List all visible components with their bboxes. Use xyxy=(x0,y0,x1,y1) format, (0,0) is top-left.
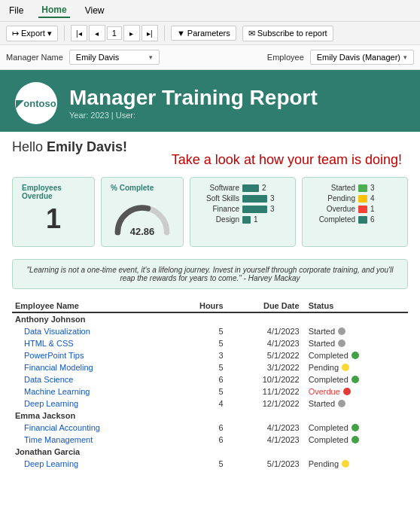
course-hours-cell: 5 xyxy=(173,361,226,373)
last-page-button[interactable]: ▸| xyxy=(142,25,158,41)
table-row: Emma Jackson xyxy=(12,410,408,422)
course-status-cell: Completed xyxy=(303,373,408,385)
course-hours-cell: 4 xyxy=(173,398,226,410)
status-text: Completed xyxy=(309,351,348,360)
overdue-card: Employees Overdue 1 xyxy=(12,177,95,247)
course-name-cell: PowerPoint Tips xyxy=(12,349,173,361)
manager-name-select[interactable]: Emily Davis ▾ xyxy=(69,50,160,65)
status-label-overdue: Overdue xyxy=(310,205,355,213)
status-num-completed: 6 xyxy=(370,215,375,224)
status-num-pending: 4 xyxy=(370,194,375,203)
course-name-cell: Data Science xyxy=(12,373,173,385)
filter-bar: Manager Name Emily Davis ▾ Employee Emil… xyxy=(0,45,420,70)
course-due-cell: 5/1/2023 xyxy=(227,458,303,470)
status-text: Completed xyxy=(309,375,348,384)
course-due-cell: 4/1/2023 xyxy=(227,337,303,349)
course-due-cell: 4/1/2023 xyxy=(227,434,303,446)
status-text: Started xyxy=(309,327,335,336)
toolbar: ↦ Export ▾ |◂ ◂ 1 ▸ ▸| ▼ Parameters ✉ Su… xyxy=(0,22,420,45)
menu-file[interactable]: File xyxy=(6,4,26,17)
subscribe-label: Subscribe to report xyxy=(257,29,327,38)
page-number: 1 xyxy=(107,26,122,40)
table-row: Jonathan Garcia xyxy=(12,446,408,458)
manager-name-value: Emily Davis xyxy=(76,53,119,62)
hello-name: Emily Davis! xyxy=(47,139,127,154)
status-indicator xyxy=(342,460,349,468)
employee-chevron-icon: ▾ xyxy=(403,53,407,61)
cat-label-software: Software xyxy=(198,184,239,192)
prev-page-button[interactable]: ◂ xyxy=(89,25,105,41)
cat-label-softskills: Soft Skills xyxy=(198,194,239,203)
menu-bar: File Home View xyxy=(0,0,420,22)
report-header: ◤ontoso Manager Training Report Year: 20… xyxy=(0,70,420,132)
report-title: Manager Training Report xyxy=(69,87,318,110)
status-label-pending: Pending xyxy=(310,194,355,203)
status-indicator xyxy=(343,388,351,395)
next-page-button[interactable]: ▸ xyxy=(123,25,140,41)
course-status-cell: Completed xyxy=(303,422,408,434)
export-label: Export xyxy=(21,29,45,38)
table-row: PowerPoint Tips 3 5/1/2022 Completed xyxy=(12,349,408,361)
manager-chevron-icon: ▾ xyxy=(149,53,153,61)
course-name-cell: HTML & CSS xyxy=(12,337,173,349)
employee-value: Emily Davis (Manager) xyxy=(317,53,400,62)
course-status-cell: Started xyxy=(303,325,408,337)
parameters-icon: ▼ xyxy=(177,29,185,38)
quote-section: "Learning is not a one-time event, it's … xyxy=(12,259,408,289)
status-row-completed: Completed 6 xyxy=(310,215,400,224)
course-status-cell: Pending xyxy=(303,361,408,373)
employee-label: Employee xyxy=(267,53,304,62)
complete-card: % Complete 42.86 xyxy=(101,177,184,247)
status-text: Completed xyxy=(309,423,348,432)
status-label-started: Started xyxy=(310,184,355,192)
status-dot-completed xyxy=(358,216,367,224)
subscribe-button[interactable]: ✉ Subscribe to report xyxy=(242,26,333,41)
employee-select[interactable]: Emily Davis (Manager) ▾ xyxy=(310,50,414,65)
col-employee-name: Employee Name xyxy=(12,298,173,312)
status-indicator xyxy=(352,352,359,359)
course-status-cell: Started xyxy=(303,398,408,410)
status-indicator xyxy=(338,340,345,347)
status-indicator xyxy=(338,400,345,407)
hello-prefix: Hello xyxy=(12,139,47,154)
menu-home[interactable]: Home xyxy=(38,3,69,18)
report-title-block: Manager Training Report Year: 2023 | Use… xyxy=(69,87,318,120)
status-dot-started xyxy=(358,184,367,192)
first-page-button[interactable]: |◂ xyxy=(71,25,87,41)
training-table: Employee Name Hours Due Date Status Anth… xyxy=(12,298,408,470)
table-row: Data Visualization 5 4/1/2023 Started xyxy=(12,325,408,337)
menu-view[interactable]: View xyxy=(82,4,108,17)
course-hours-cell: 6 xyxy=(173,434,226,446)
status-text: Overdue xyxy=(309,387,340,396)
table-row: Time Management 6 4/1/2023 Completed xyxy=(12,434,408,446)
table-row: Financial Accounting 6 4/1/2023 Complete… xyxy=(12,422,408,434)
cat-label-design: Design xyxy=(198,215,239,224)
cat-num-softskills: 3 xyxy=(270,194,275,203)
course-due-cell: 12/1/2022 xyxy=(227,398,303,410)
cat-bar-design xyxy=(242,216,251,224)
cat-bar-finance xyxy=(242,206,267,213)
toolbar-separator-2 xyxy=(164,26,165,41)
course-hours-cell: 5 xyxy=(173,325,226,337)
course-status-cell: Started xyxy=(303,337,408,349)
subscribe-icon: ✉ xyxy=(248,29,255,38)
course-name-cell: Time Management xyxy=(12,434,173,446)
course-status-cell: Completed xyxy=(303,434,408,446)
course-hours-cell: 5 xyxy=(173,458,226,470)
table-row: Data Science 6 10/1/2022 Completed xyxy=(12,373,408,385)
quote-text: "Learning is not a one-time event, it's … xyxy=(27,266,394,282)
course-hours-cell: 5 xyxy=(173,385,226,398)
overdue-value: 1 xyxy=(22,203,85,235)
status-row-overdue: Overdue 1 xyxy=(310,205,400,213)
table-row: Deep Learning 4 12/1/2022 Started xyxy=(12,398,408,410)
table-row: Deep Learning 5 5/1/2023 Pending xyxy=(12,458,408,470)
table-row: HTML & CSS 5 4/1/2023 Started xyxy=(12,337,408,349)
course-due-cell: 5/1/2022 xyxy=(227,349,303,361)
export-button[interactable]: ↦ Export ▾ xyxy=(6,26,58,41)
export-icon: ↦ xyxy=(12,29,19,38)
course-due-cell: 3/1/2022 xyxy=(227,361,303,373)
course-due-cell: 4/1/2023 xyxy=(227,422,303,434)
parameters-button[interactable]: ▼ Parameters xyxy=(171,26,236,41)
cat-row-softskills: Soft Skills 3 xyxy=(198,194,288,203)
status-text: Pending xyxy=(309,459,339,468)
